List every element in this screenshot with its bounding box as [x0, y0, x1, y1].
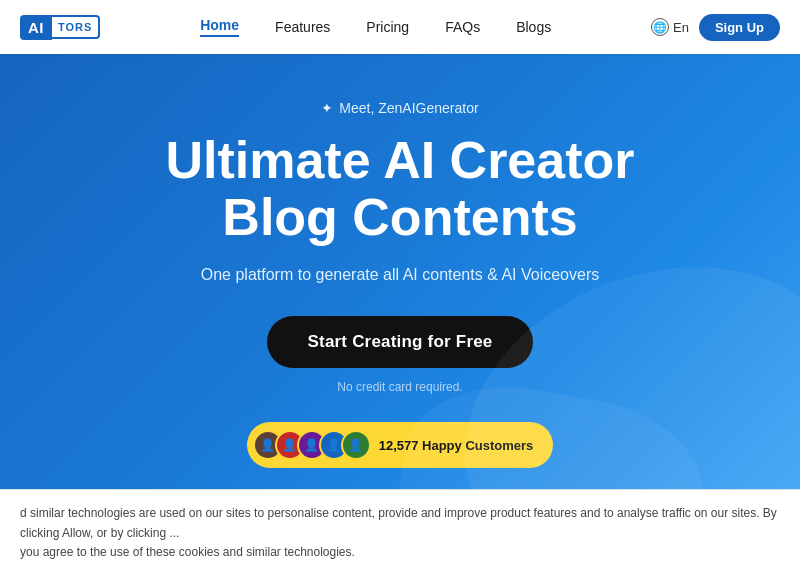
navbar-right: 🌐 En Sign Up [651, 14, 780, 41]
hero-title-line1: Ultimate AI Creator [165, 131, 634, 189]
avatar-group: 👤 👤 👤 👤 👤 [253, 430, 371, 460]
lang-label: En [673, 20, 689, 35]
cookie-banner: d similar technologies are used on our s… [0, 489, 800, 576]
customers-badge[interactable]: 👤 👤 👤 👤 👤 12,577 Happy Customers [247, 422, 554, 468]
signup-button[interactable]: Sign Up [699, 14, 780, 41]
logo-ai: AI [20, 15, 52, 40]
navbar: AI TORS Home Features Pricing FAQs Blogs… [0, 0, 800, 54]
star-icon: ✦ [321, 100, 333, 116]
hero-title-line2: Blog Contents [222, 188, 577, 246]
nav-features[interactable]: Features [275, 19, 330, 35]
hero-title: Ultimate AI Creator Blog Contents [165, 132, 634, 246]
cookie-text: d similar technologies are used on our s… [20, 506, 777, 539]
nav-pricing[interactable]: Pricing [366, 19, 409, 35]
nav-faqs[interactable]: FAQs [445, 19, 480, 35]
nav-home[interactable]: Home [200, 17, 239, 37]
globe-icon: 🌐 [651, 18, 669, 36]
logo[interactable]: AI TORS [20, 15, 100, 40]
cta-button[interactable]: Start Creating for Free [267, 316, 532, 368]
nav-links: Home Features Pricing FAQs Blogs [200, 17, 551, 37]
hero-tag-text: Meet, ZenAIGenerator [339, 100, 478, 116]
avatar-5: 👤 [341, 430, 371, 460]
no-credit-card-text: No credit card required. [337, 380, 462, 394]
logo-suffix: TORS [52, 15, 100, 39]
customers-text: 12,577 Happy Customers [379, 438, 534, 453]
hero-tag: ✦ Meet, ZenAIGenerator [321, 100, 478, 116]
language-selector[interactable]: 🌐 En [651, 18, 689, 36]
cookie-text-2: you agree to the use of these cookies an… [20, 545, 355, 559]
nav-blogs[interactable]: Blogs [516, 19, 551, 35]
hero-subtitle: One platform to generate all AI contents… [201, 266, 599, 284]
hero-section: ✦ Meet, ZenAIGenerator Ultimate AI Creat… [0, 54, 800, 514]
customers-count: 12,577 [379, 438, 419, 453]
